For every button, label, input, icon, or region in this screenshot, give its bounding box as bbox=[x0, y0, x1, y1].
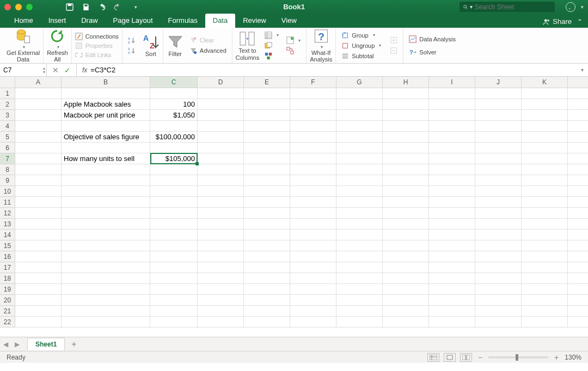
cell[interactable] bbox=[62, 197, 150, 208]
cell[interactable] bbox=[475, 230, 522, 240]
redo-icon[interactable] bbox=[113, 3, 121, 11]
cell[interactable] bbox=[15, 208, 62, 219]
cell[interactable] bbox=[383, 88, 429, 99]
cell[interactable] bbox=[475, 164, 522, 175]
group-button[interactable]: Group▾ bbox=[339, 32, 383, 39]
cell[interactable] bbox=[475, 284, 522, 295]
cell[interactable] bbox=[15, 164, 62, 175]
cell[interactable] bbox=[15, 284, 62, 295]
cell[interactable] bbox=[15, 295, 62, 306]
cell[interactable] bbox=[62, 175, 150, 186]
cell[interactable] bbox=[244, 175, 290, 186]
cell[interactable] bbox=[475, 295, 522, 306]
cell[interactable] bbox=[198, 295, 244, 306]
row-header[interactable]: 4 bbox=[0, 121, 15, 132]
properties-button[interactable]: Properties bbox=[75, 42, 119, 50]
cell[interactable]: How many units to sell bbox=[62, 153, 150, 164]
cell[interactable] bbox=[244, 262, 290, 273]
cell[interactable] bbox=[198, 110, 244, 121]
cell[interactable] bbox=[383, 240, 429, 251]
edit-links-button[interactable]: Edit Links bbox=[75, 51, 119, 59]
cell[interactable] bbox=[522, 88, 568, 99]
row-header[interactable]: 21 bbox=[0, 306, 15, 317]
cell[interactable] bbox=[568, 143, 588, 153]
cell[interactable] bbox=[290, 186, 336, 197]
sort-desc-button[interactable]: ZA bbox=[126, 47, 138, 54]
zoom-slider-thumb[interactable] bbox=[516, 354, 518, 361]
clear-filter-button[interactable]: Clear bbox=[187, 36, 229, 44]
cell[interactable] bbox=[475, 186, 522, 197]
cell[interactable] bbox=[522, 230, 568, 240]
row-header[interactable]: 9 bbox=[0, 175, 15, 186]
cell[interactable] bbox=[475, 306, 522, 317]
subtotal-button[interactable]: Subtotal bbox=[339, 52, 383, 60]
cell[interactable] bbox=[15, 273, 62, 284]
flash-fill-button[interactable]: ▾ bbox=[262, 32, 281, 39]
cell[interactable] bbox=[568, 99, 588, 110]
cell[interactable] bbox=[429, 240, 475, 251]
cell[interactable] bbox=[150, 284, 198, 295]
cell[interactable] bbox=[568, 230, 588, 240]
cell[interactable] bbox=[150, 164, 198, 175]
cell[interactable] bbox=[568, 121, 588, 132]
cell[interactable] bbox=[150, 121, 198, 132]
cell[interactable] bbox=[429, 110, 475, 121]
cell[interactable] bbox=[290, 317, 336, 327]
cell[interactable] bbox=[475, 88, 522, 99]
sheet-nav-next-icon[interactable]: ▶ bbox=[11, 341, 23, 348]
column-header[interactable]: E bbox=[244, 77, 290, 88]
cell[interactable] bbox=[568, 197, 588, 208]
row-header[interactable]: 20 bbox=[0, 295, 15, 306]
cell[interactable] bbox=[522, 99, 568, 110]
cell[interactable] bbox=[244, 110, 290, 121]
tab-page-layout[interactable]: Page Layout bbox=[106, 14, 161, 28]
cell[interactable] bbox=[244, 295, 290, 306]
cell[interactable] bbox=[429, 219, 475, 230]
column-header[interactable]: G bbox=[336, 77, 383, 88]
cell[interactable] bbox=[15, 230, 62, 240]
cell[interactable] bbox=[336, 284, 383, 295]
cell[interactable] bbox=[244, 230, 290, 240]
enter-formula-button[interactable]: ✓ bbox=[64, 66, 71, 75]
zoom-level[interactable]: 130% bbox=[565, 354, 581, 361]
cell[interactable] bbox=[568, 295, 588, 306]
cell[interactable] bbox=[290, 306, 336, 317]
ungroup-button[interactable]: Ungroup▾ bbox=[339, 42, 383, 50]
cell[interactable] bbox=[198, 121, 244, 132]
cell[interactable] bbox=[383, 284, 429, 295]
cell[interactable] bbox=[383, 295, 429, 306]
formula-bar-expand-icon[interactable]: ▾ bbox=[577, 67, 588, 73]
cell[interactable] bbox=[336, 273, 383, 284]
cell[interactable] bbox=[475, 132, 522, 143]
cell[interactable] bbox=[336, 251, 383, 262]
undo-dropdown-icon[interactable]: ▾ bbox=[102, 4, 105, 10]
cell[interactable] bbox=[290, 88, 336, 99]
cell[interactable] bbox=[475, 273, 522, 284]
feedback-dropdown-icon[interactable]: ▾ bbox=[581, 4, 584, 10]
cell[interactable] bbox=[383, 306, 429, 317]
cell[interactable] bbox=[244, 153, 290, 164]
row-header[interactable]: 15 bbox=[0, 240, 15, 251]
row-header[interactable]: 11 bbox=[0, 197, 15, 208]
cell[interactable] bbox=[475, 153, 522, 164]
row-header[interactable]: 18 bbox=[0, 273, 15, 284]
cell[interactable] bbox=[429, 197, 475, 208]
cell[interactable] bbox=[15, 99, 62, 110]
cell[interactable] bbox=[475, 262, 522, 273]
row-header[interactable]: 6 bbox=[0, 143, 15, 153]
cell[interactable] bbox=[198, 230, 244, 240]
row-header[interactable]: 5 bbox=[0, 132, 15, 143]
cell[interactable] bbox=[475, 121, 522, 132]
what-if-button[interactable]: ?▾ What-If Analysis bbox=[307, 28, 336, 63]
cell[interactable]: 100 bbox=[150, 99, 198, 110]
cell[interactable] bbox=[568, 132, 588, 143]
tab-draw[interactable]: Draw bbox=[74, 14, 105, 28]
cell[interactable] bbox=[198, 132, 244, 143]
collapse-ribbon-icon[interactable]: ⌃ bbox=[577, 18, 583, 26]
column-header[interactable]: A bbox=[15, 77, 62, 88]
cell[interactable] bbox=[336, 317, 383, 327]
cell[interactable] bbox=[15, 153, 62, 164]
consolidate-button[interactable] bbox=[262, 52, 281, 60]
row-header[interactable]: 22 bbox=[0, 317, 15, 327]
refresh-all-button[interactable]: ▾ Refresh All bbox=[44, 28, 72, 63]
